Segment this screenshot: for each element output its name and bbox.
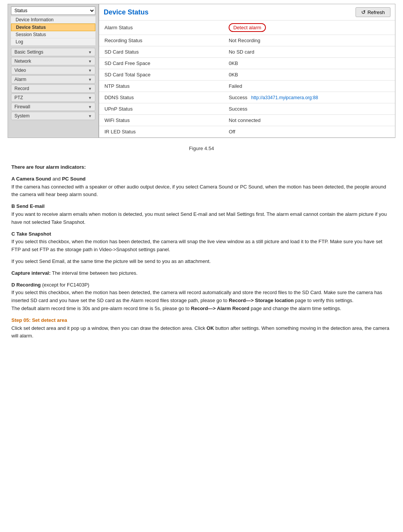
table-row: SD Card Status No SD card — [99, 46, 395, 58]
section-b-heading: B Send E-mail — [11, 203, 44, 209]
basic-settings-label: Basic Settings — [14, 49, 43, 55]
section-d-text2-val: page to verify this settings. — [295, 298, 354, 303]
sidebar-item-basic-settings[interactable]: Basic Settings ▼ — [11, 48, 95, 56]
basic-settings-arrow: ▼ — [88, 50, 92, 54]
video-label: Video — [14, 68, 26, 73]
row-value: Not connected — [223, 115, 395, 126]
row-value: Detect alarm — [223, 21, 395, 35]
sidebar-status-row: Status — [11, 6, 95, 15]
capture-label: Capture interval: — [11, 270, 51, 276]
row-value: 0KB — [223, 69, 395, 81]
section-b-para: B Send E-mail If you want to receive ala… — [11, 203, 392, 226]
row-label: IR LED Status — [99, 126, 223, 138]
row-label: NTP Status — [99, 81, 223, 92]
alarm-label: Alarm — [14, 77, 26, 82]
alarm-arrow: ▼ — [88, 78, 92, 82]
row-value: 0KB — [223, 58, 395, 69]
row-value: Success — [223, 103, 395, 115]
section-d-text3: The default alarm record time is 30s and… — [11, 306, 190, 311]
status-select[interactable]: Status — [11, 6, 95, 15]
table-row: UPnP Status Success — [99, 103, 395, 115]
sidebar: Status Device Information Device Status … — [8, 4, 99, 138]
section-c-heading: C Take Snapshot — [11, 231, 51, 237]
capture-text-val: The interval time between two pictures. — [52, 270, 137, 276]
refresh-label: Refresh — [367, 10, 385, 15]
table-row: DDNS Status Success http://a33471.myipca… — [99, 92, 395, 103]
section-a-para: A Camera Sound and PC Sound If the camer… — [11, 175, 392, 199]
refresh-button[interactable]: ↺ Refresh — [356, 7, 390, 17]
refresh-icon: ↺ — [361, 9, 366, 15]
sidebar-item-device-information[interactable]: Device Information — [11, 16, 95, 24]
table-row: Alarm Status Detect alarm — [99, 21, 395, 35]
sidebar-item-alarm[interactable]: Alarm ▼ — [11, 75, 95, 84]
firewall-arrow: ▼ — [88, 105, 92, 109]
main-title: Device Status — [104, 8, 149, 16]
sidebar-item-session-status[interactable]: Session Status — [11, 31, 95, 38]
step-heading: Step 05: Set detect area — [11, 317, 67, 323]
sidebar-item-log[interactable]: Log — [11, 38, 95, 46]
section-b-text: If you want to receive alarm emails when… — [11, 211, 387, 225]
section-d-para1: D Recording (except for FC1403P) If you … — [11, 281, 392, 313]
section-d-text4-val: page and change the alarm time settings. — [251, 306, 341, 311]
ptz-label: PTZ — [14, 95, 23, 100]
system-arrow: ▼ — [88, 114, 92, 118]
row-value: No SD card — [223, 46, 395, 58]
sidebar-item-system[interactable]: System ▼ — [11, 112, 95, 120]
network-arrow: ▼ — [88, 59, 92, 63]
firewall-label: Firewall — [14, 104, 30, 109]
section-d-bold1-val: Record—> Storage location — [229, 298, 294, 303]
step-para: Step 05: Set detect area Click set detec… — [11, 317, 392, 340]
page-container: Status Device Information Device Status … — [0, 0, 403, 348]
table-row: NTP Status Failed — [99, 81, 395, 92]
row-value: Success http://a33471.myipcamera.org:88 — [223, 92, 395, 103]
section-a-subheading: PC Sound — [62, 176, 85, 182]
section-d-subtext: (except for FC1403P) — [42, 282, 89, 288]
sidebar-item-firewall[interactable]: Firewall ▼ — [11, 103, 95, 111]
section-c-para1: C Take Snapshot If you select this check… — [11, 230, 392, 254]
section-c-para2: If you select Send Email, at the same ti… — [11, 258, 392, 266]
section-a-heading: A Camera Sound — [11, 176, 51, 182]
row-label: DDNS Status — [99, 92, 223, 103]
step-text: Click set detect area and it pop up a wi… — [11, 325, 205, 331]
sidebar-item-record[interactable]: Record ▼ — [11, 84, 95, 93]
ptz-arrow: ▼ — [88, 96, 92, 100]
section-c-text1: If you select this checkbox, when the mo… — [11, 239, 382, 252]
video-arrow: ▼ — [88, 68, 92, 73]
status-table: Alarm Status Detect alarm Recording Stat… — [99, 21, 395, 138]
table-row: IR LED Status Off — [99, 126, 395, 138]
main-panel: Device Status ↺ Refresh Alarm Status Det… — [99, 4, 395, 138]
figure-caption: Figure 4.54 — [8, 146, 395, 151]
row-value: Off — [223, 126, 395, 138]
content-area: There are four alarm indicators: A Camer… — [8, 158, 395, 344]
ddns-link[interactable]: http://a33471.myipcamera.org:88 — [251, 95, 318, 100]
main-header: Device Status ↺ Refresh — [99, 4, 395, 21]
ddns-status-value: Success — [229, 95, 247, 100]
section-d-heading: D Recording — [11, 282, 41, 288]
table-row: SD Card Total Space 0KB — [99, 69, 395, 81]
record-label: Record — [14, 86, 29, 91]
row-value: Not Recording — [223, 35, 395, 46]
table-row: Recording Status Not Recording — [99, 35, 395, 46]
row-label: WiFi Status — [99, 115, 223, 126]
sidebar-item-network[interactable]: Network ▼ — [11, 57, 95, 65]
sidebar-item-device-status[interactable]: Device Status — [11, 24, 95, 31]
row-label: Alarm Status — [99, 21, 223, 35]
row-label: SD Card Total Space — [99, 69, 223, 81]
table-row: WiFi Status Not connected — [99, 115, 395, 126]
table-row: SD Card Free Space 0KB — [99, 58, 395, 69]
step-bold-val: OK — [207, 325, 214, 331]
top-section: Status Device Information Device Status … — [8, 4, 395, 138]
row-value: Failed — [223, 81, 395, 92]
ddns-cell: Success http://a33471.myipcamera.org:88 — [229, 95, 390, 100]
section-a-and: and — [52, 176, 62, 182]
row-label: Recording Status — [99, 35, 223, 46]
row-label: SD Card Free Space — [99, 58, 223, 69]
network-label: Network — [14, 59, 31, 64]
alarm-badge: Detect alarm — [229, 23, 266, 32]
system-label: System — [14, 113, 30, 119]
capture-para: Capture interval: The interval time betw… — [11, 269, 392, 277]
row-label: SD Card Status — [99, 46, 223, 58]
record-arrow: ▼ — [88, 87, 92, 91]
sidebar-item-ptz[interactable]: PTZ ▼ — [11, 93, 95, 102]
sidebar-item-video[interactable]: Video ▼ — [11, 66, 95, 74]
